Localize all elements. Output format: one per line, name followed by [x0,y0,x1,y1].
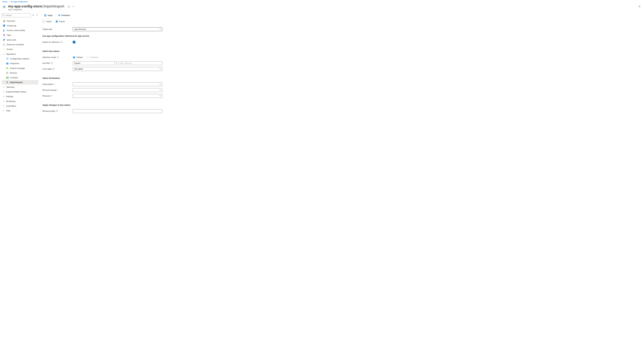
info-icon[interactable]: i [57,56,59,58]
nav-overview[interactable]: Overview [2,19,38,23]
sidebar-search[interactable] [2,13,31,17]
nav-automation-group[interactable]: Automation [2,104,38,108]
selection-default-radio[interactable]: Default [73,56,82,59]
breadcrumb-sep: > [9,1,10,3]
nav-experimentation-group[interactable]: Experimentation (New) [2,89,38,94]
main-panel: Apply Feedback Import Export Target type… [40,13,644,120]
config-explorer-icon [6,57,8,60]
export-as-reference-label: Export as reference i [42,41,73,43]
resource-visualizer-icon [3,43,5,46]
info-icon[interactable]: i [53,68,54,70]
resource-label: Resource * [42,95,73,97]
chevron-right-icon [3,105,5,107]
selection-snapshot-radio: Snapshot [86,56,98,59]
nav-activity-log[interactable]: Activity log [2,23,38,28]
from-label-select[interactable]: (No label) [73,67,162,71]
section-destination-heading: Select destination [42,77,209,79]
key-filter-value-input[interactable] [118,61,162,65]
resource-group-label: Resource group * [42,89,73,91]
close-button[interactable] [638,4,641,8]
nav-events[interactable]: Events [2,47,38,51]
feedback-icon [58,14,60,16]
nav-import-export[interactable]: Import/export [2,80,38,84]
resource-group-select[interactable] [73,88,162,92]
target-type-select[interactable]: App Services [73,27,162,31]
nav-feature-manager[interactable]: Feature manager [2,66,38,70]
section-keyvalues-heading: Select key-values [42,50,209,52]
subscription-select[interactable] [73,82,162,86]
target-type-label: Target type [42,28,73,30]
breadcrumb: Home > my-app-config-store [0,0,644,4]
svg-point-21 [6,59,7,59]
breadcrumb-home[interactable]: Home [2,0,8,3]
remove-prefix-input[interactable] [73,109,162,113]
svg-point-15 [4,39,5,40]
nav-telemetry-group[interactable]: Telemetry [2,85,38,89]
nav-help-group[interactable]: Help [2,108,38,113]
activity-log-icon [3,24,5,27]
chevron-down-icon [160,89,161,91]
nav-snapshots[interactable]: Snapshots [2,61,38,66]
svg-point-24 [7,63,8,64]
breadcrumb-current[interactable]: my-app-config-store [11,0,28,3]
resource-type-icon [2,5,6,9]
overview-icon [3,20,5,22]
nav-tags[interactable]: Tags [2,33,38,37]
chevron-right-icon [3,86,5,88]
nav-quick-start[interactable]: Quick start [2,37,38,42]
from-label-label: From label i [42,68,73,70]
svg-point-19 [6,58,7,58]
feature-manager-icon [6,67,8,69]
feedback-button[interactable]: Feedback [56,13,72,17]
svg-point-7 [4,20,5,21]
events-icon [3,48,5,50]
apply-button[interactable]: Apply [42,13,54,17]
info-icon[interactable]: i [51,62,53,64]
nav-restore[interactable]: Restore [2,71,38,75]
sidebar-collapse-button[interactable] [36,14,38,16]
nav-monitoring-group[interactable]: Monitoring [2,99,38,104]
sidebar: Overview Activity log Access control (IA… [0,13,40,120]
chevron-down-icon [160,95,161,97]
info-icon[interactable]: i [56,110,58,112]
snapshots-icon [6,62,8,65]
svg-point-13 [4,30,5,30]
search-icon [3,14,5,16]
chevron-right-icon [3,91,5,93]
nav-settings-group[interactable]: Settings [2,94,38,99]
nav-access-control[interactable]: Access control (IAM) [2,28,38,33]
info-icon[interactable]: i [60,41,62,43]
chevron-down-icon [160,28,161,30]
nav-compare[interactable]: Compare [2,75,38,80]
svg-point-18 [4,45,5,45]
selection-mode-label: Selection mode i [42,56,73,58]
restore-icon [6,72,8,74]
svg-rect-6 [3,21,5,22]
more-button[interactable] [72,5,75,8]
key-filter-op-select[interactable]: Equals [73,61,117,65]
svg-rect-28 [6,77,7,78]
import-radio[interactable]: Import [42,20,52,23]
key-filter-label: Key filter i [42,62,73,64]
service-label: App Configuration [8,9,64,11]
chevron-down-icon [3,53,5,55]
nav-resource-visualizer[interactable]: Resource visualizer [2,42,38,47]
search-input[interactable] [6,14,30,16]
export-radio[interactable]: Export [56,20,65,23]
svg-rect-9 [4,25,5,25]
svg-point-12 [3,29,4,30]
chevron-right-icon [3,100,5,102]
save-icon [44,14,46,16]
svg-point-32 [58,14,59,15]
favorite-button[interactable] [68,5,70,8]
resource-select[interactable] [73,94,162,98]
svg-point-3 [74,6,74,7]
nav-configuration-explorer[interactable]: Configuration explorer [2,56,38,61]
export-as-reference-checkbox[interactable] [73,41,76,43]
remove-prefix-label: Remove prefix i [42,110,73,112]
sidebar-expand-button[interactable] [32,14,34,16]
page-header: my-app-config-store|Import/export App Co… [0,4,644,13]
svg-point-27 [7,68,8,69]
nav-operations-group[interactable]: Operations [2,52,38,56]
subscription-label: Subscription * [42,83,73,85]
